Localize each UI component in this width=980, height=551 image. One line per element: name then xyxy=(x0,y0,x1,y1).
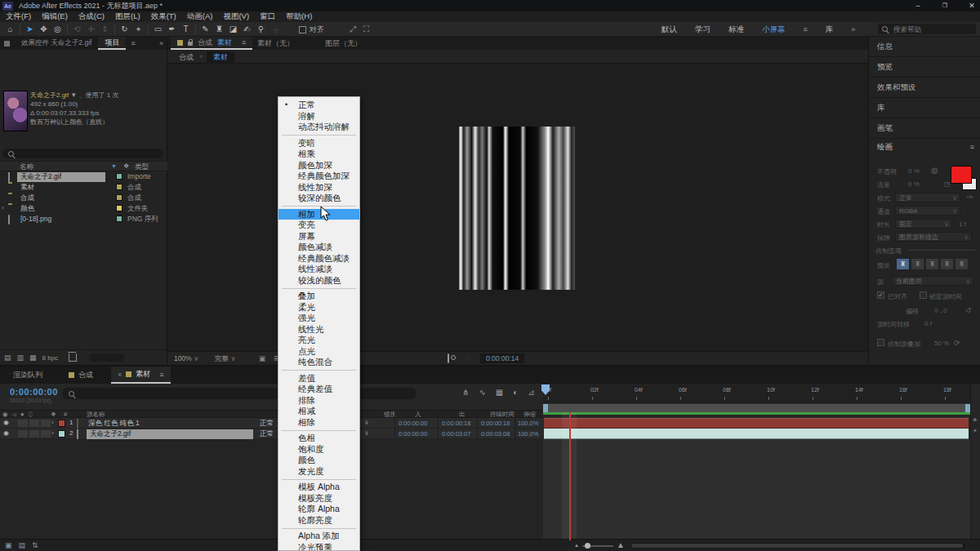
blend-mode-item[interactable]: 较浅的颜色 xyxy=(278,275,359,287)
layer-row[interactable]: ◉›1深色 红色 纯色 1正常∨0:00:00:000:00:00:180:00… xyxy=(0,418,543,429)
viewer-tab-footage-label[interactable]: 素材 xyxy=(217,38,232,48)
show-snapshot-icon[interactable]: ◌ xyxy=(466,354,470,362)
layer-switch[interactable] xyxy=(18,420,28,427)
project-item-name[interactable]: 素材 xyxy=(20,183,34,193)
panel-menu-icon[interactable]: ≡ xyxy=(242,38,246,47)
blend-mode-item[interactable]: 轮廓亮度 xyxy=(278,515,359,527)
clone-preset-4[interactable]: ♜ xyxy=(941,259,953,269)
blend-mode-item[interactable]: 变暗 xyxy=(278,138,359,149)
workspace-默认[interactable]: 默认 xyxy=(662,24,677,35)
offset-value[interactable]: 0 , 0 xyxy=(934,307,947,314)
expand-transfer-controls-icon[interactable]: ▤ xyxy=(19,541,26,549)
blend-mode-item[interactable]: 变亮 xyxy=(278,220,359,231)
layer-name[interactable]: 深色 红色 纯色 1 xyxy=(88,419,140,429)
blend-mode-item[interactable]: 相加 xyxy=(278,209,359,220)
blend-mode-item[interactable]: 屏幕 xyxy=(278,231,359,242)
clone-source-overlay-value[interactable]: 50 % xyxy=(934,340,949,347)
workspace-学习[interactable]: 学习 xyxy=(695,24,710,35)
label-color-chip[interactable] xyxy=(116,184,122,190)
selection-tool[interactable]: ➤ xyxy=(23,22,37,37)
horizontal-scrollbar[interactable] xyxy=(630,543,965,549)
label-color-chip[interactable] xyxy=(116,173,122,180)
eye-icon[interactable]: ◉ xyxy=(3,429,9,437)
layer-switch[interactable] xyxy=(41,430,51,438)
workspace-menu-icon[interactable]: ≡ xyxy=(804,25,808,33)
expand-icon[interactable]: ⤢ xyxy=(350,24,356,34)
motion-blur-icon[interactable]: ◐ xyxy=(513,388,518,397)
duration-value[interactable]: 0:00:00:18 xyxy=(481,420,510,427)
new-folder-icon[interactable]: ▥ xyxy=(17,353,24,362)
panel-menu-icon[interactable]: ≡ xyxy=(131,39,135,47)
comp-mini-flowchart-icon[interactable]: ⋔ xyxy=(462,388,469,397)
project-item-name[interactable]: 天命之子2.gif xyxy=(17,172,105,182)
panel-tab-信息[interactable]: 信息 xyxy=(869,37,980,57)
project-item-row[interactable]: 天命之子2.gifImporte xyxy=(0,171,167,182)
menu-item-4[interactable]: 效果(T) xyxy=(151,11,176,22)
clone-preset-2[interactable]: ♜ xyxy=(911,259,924,269)
clone-preset-5[interactable]: ♜ xyxy=(956,259,968,269)
panel-tab-预览[interactable]: 预览 xyxy=(869,57,980,78)
blend-mode-item[interactable]: 较深的颜色 xyxy=(278,193,359,204)
label-color-chip[interactable] xyxy=(116,205,122,211)
stretch-value[interactable]: 100.0% xyxy=(518,420,538,427)
project-item-row[interactable]: [0-18].pngPNG 序列 xyxy=(0,214,167,224)
layer-switch[interactable] xyxy=(29,420,39,427)
time-ruler[interactable]: 0f02f04f06f08f10f12f14f16f18f xyxy=(543,384,970,403)
layer-switch[interactable] xyxy=(41,420,51,427)
blend-mode-item[interactable]: 柔光 xyxy=(278,302,359,313)
blend-mode-item[interactable]: 线性减淡 xyxy=(278,264,359,275)
blend-mode-item[interactable]: 轮廓 Alpha xyxy=(278,504,359,515)
chevron-down-icon[interactable]: ∨ xyxy=(364,429,369,437)
blend-mode-item[interactable]: 相除 xyxy=(278,417,359,429)
blend-mode-item[interactable]: 纯色混合 xyxy=(278,357,359,368)
menu-item-5[interactable]: 动画(A) xyxy=(187,11,213,22)
expand-arrow-icon[interactable]: › xyxy=(2,204,4,211)
more-panels-icon[interactable]: » xyxy=(159,39,163,47)
blend-mode-item[interactable]: 经典颜色减淡 xyxy=(278,253,359,264)
current-timecode[interactable]: 0:00:00:00 xyxy=(10,387,58,397)
tab-project[interactable]: 项目 xyxy=(98,37,126,50)
out-value[interactable]: 0:00:03:07 xyxy=(442,430,470,438)
expand-in-out-columns-icon[interactable]: ⇅ xyxy=(32,541,38,549)
hand-tool[interactable]: ✥ xyxy=(37,22,51,37)
layer-label-chip[interactable] xyxy=(58,430,65,438)
blend-mode-item[interactable]: 相乘 xyxy=(278,149,359,160)
project-item-row[interactable]: ›颜色文件夹 xyxy=(0,203,167,214)
expand-layer-switches-icon[interactable]: ▣ xyxy=(5,541,12,549)
project-item-name[interactable]: 颜色 xyxy=(20,204,34,214)
project-item-name[interactable]: [0-18].png xyxy=(20,215,51,223)
blend-mode-item[interactable]: 点光 xyxy=(278,346,359,358)
workspace-库[interactable]: 库 xyxy=(826,24,834,35)
roto-brush-tool[interactable]: ✍ xyxy=(240,22,254,37)
zoom-tool[interactable]: ◎ xyxy=(51,22,65,37)
blend-mode-item[interactable]: Alpha 添加 xyxy=(278,531,359,542)
blend-mode-select[interactable]: 正常 xyxy=(260,429,274,439)
layer-switch[interactable] xyxy=(18,430,28,438)
blend-mode-item[interactable]: 相减 xyxy=(278,406,359,417)
duration-value[interactable]: 0:00:03:08 xyxy=(481,430,510,438)
shy-layers-icon[interactable]: ∿ xyxy=(479,388,485,397)
blend-mode-item[interactable]: 线性加深 xyxy=(278,182,359,193)
source-select[interactable]: 当前图层 xyxy=(892,276,973,286)
pen-tool[interactable]: ✒ xyxy=(165,22,179,37)
lock-source-time-checkbox[interactable] xyxy=(920,291,927,299)
layer-row[interactable]: ◉›2天命之子2.gif正常∨0:00:00:000:00:03:070:00:… xyxy=(0,429,543,439)
work-area-bar[interactable] xyxy=(543,403,970,412)
help-search-input[interactable] xyxy=(892,24,969,34)
scrollbar-thumb[interactable] xyxy=(631,544,963,548)
chevron-down-icon[interactable]: ∨ xyxy=(364,419,369,426)
tab-footage-none[interactable]: 素材（无） xyxy=(257,37,294,50)
blend-mode-item[interactable]: 亮光 xyxy=(278,335,359,346)
home-tool[interactable]: ⌂ xyxy=(3,22,17,37)
difference-mode-icon[interactable]: ⟳ xyxy=(954,339,960,347)
in-value[interactable]: 0:00:00:00 xyxy=(399,430,427,438)
project-item-row[interactable]: 合成合成 xyxy=(0,193,167,203)
blend-mode-item[interactable]: 叠加 xyxy=(278,291,359,302)
menu-item-7[interactable]: 窗口 xyxy=(260,11,275,22)
tab-comp-timeline[interactable]: 合成 xyxy=(69,367,93,384)
duration-select[interactable]: 固定 xyxy=(895,219,952,229)
paint-panel-header[interactable]: 绘画 ≡ xyxy=(869,139,980,155)
tab-render-queue[interactable]: 渲染队列 xyxy=(13,367,42,384)
blend-mode-item[interactable]: 发光度 xyxy=(278,466,359,478)
brush-tool[interactable]: ✎ xyxy=(198,22,212,37)
